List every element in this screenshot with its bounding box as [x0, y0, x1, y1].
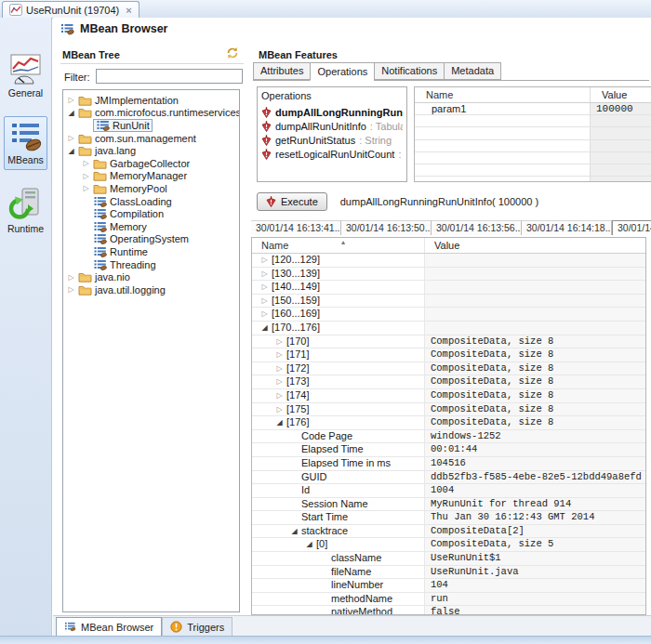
result-row[interactable]: ▷[174]CompositeData, size 8	[252, 389, 645, 403]
expander-expanded-icon[interactable]: ◢	[274, 416, 285, 429]
tree-item[interactable]: Runtime	[63, 245, 239, 258]
tree-item-label: JMImplementation	[95, 95, 179, 106]
tree-item[interactable]: ◢java.lang	[63, 144, 239, 157]
result-row[interactable]: Session NameMyRunUnit for thread 914	[252, 498, 645, 512]
result-tab[interactable]: 30/01/14 16:13:50...	[341, 220, 432, 235]
tree-item[interactable]: OperatingSystem	[63, 233, 239, 246]
result-row-name-cell: ▷[173]	[252, 375, 424, 388]
result-row[interactable]: ◢[176]CompositeData, size 8	[252, 416, 645, 430]
parameter-value[interactable]: 100000	[590, 103, 651, 114]
tree-item[interactable]: Threading	[63, 258, 239, 271]
expander-expanded-icon[interactable]: ◢	[66, 147, 76, 155]
result-row[interactable]: Elapsed Time in ms104516	[252, 457, 645, 471]
sidebar-item-mbeans[interactable]: MBeans	[4, 116, 47, 170]
tree-item[interactable]: ▷MemoryManager	[63, 170, 239, 183]
tab-attributes[interactable]: Attributes	[253, 62, 310, 80]
result-row[interactable]: Start TimeThu Jan 30 16:12:43 GMT 2014	[252, 511, 645, 525]
tab-operations[interactable]: Operations	[310, 62, 374, 81]
result-value-header[interactable]: Value	[424, 238, 645, 253]
expander-expanded-icon[interactable]: ◢	[66, 109, 76, 117]
operation-item[interactable]: dumpAllLongRunningRunUnitInfo : TabularD…	[261, 105, 403, 119]
result-row[interactable]: ◢[170...176]	[252, 322, 645, 335]
bottom-tab-triggers[interactable]: Triggers	[162, 617, 232, 636]
result-row-value: ddb52fb3-f585-4ebe-82e5-12bdd49a8efd	[424, 471, 645, 484]
result-tab[interactable]: 30/01/14 16:13:56...	[432, 220, 522, 235]
result-row[interactable]: methodNamerun	[252, 593, 645, 607]
tree-item[interactable]: ▷MemoryPool	[63, 182, 239, 195]
tree-item[interactable]: ClassLoading	[63, 195, 239, 208]
bottom-tab-mbean-browser[interactable]: MBean Browser	[56, 617, 162, 636]
result-row[interactable]: Id1004	[252, 484, 645, 498]
result-row[interactable]: ▷[140...149]	[252, 281, 645, 295]
expander-collapsed-icon[interactable]: ▷	[259, 254, 270, 267]
expander-collapsed-icon[interactable]: ▷	[259, 268, 270, 281]
result-row[interactable]: ▷[171]CompositeData, size 8	[252, 348, 645, 362]
tree-item[interactable]: RunUnit	[63, 119, 239, 132]
tree-item[interactable]: ▷JMImplementation	[63, 94, 239, 107]
expander-collapsed-icon[interactable]: ▷	[81, 172, 91, 180]
expander-collapsed-icon[interactable]: ▷	[259, 295, 270, 308]
result-row-name: [176]	[286, 416, 309, 429]
result-row[interactable]: ▷[160...169]	[252, 308, 645, 322]
tree-item[interactable]: ▷com.sun.management	[63, 132, 239, 145]
result-row[interactable]: ◢[0]CompositeData, size 5	[252, 538, 645, 552]
result-tab[interactable]: 30/01/14 16:14:18...	[522, 220, 612, 235]
result-row[interactable]: GUIDddb52fb3-f585-4ebe-82e5-12bdd49a8efd	[252, 471, 645, 485]
expander-collapsed-icon[interactable]: ▷	[259, 308, 270, 321]
expander-expanded-icon[interactable]: ◢	[289, 525, 299, 538]
result-row[interactable]: lineNumber104	[252, 579, 645, 593]
tab-metadata[interactable]: Metadata	[444, 62, 501, 80]
expander-collapsed-icon[interactable]: ▷	[274, 335, 285, 348]
sidebar-item-general[interactable]: General	[5, 49, 46, 103]
operation-item[interactable]: getRunUnitStatus : String	[261, 133, 403, 147]
result-row[interactable]: nativeMethodfalse	[252, 606, 645, 615]
refresh-icon[interactable]	[226, 46, 239, 59]
expander-collapsed-icon[interactable]: ▷	[81, 159, 91, 167]
result-row[interactable]: ▷[150...159]	[252, 295, 645, 309]
result-row[interactable]: ▷[175]CompositeData, size 8	[252, 403, 645, 417]
result-row[interactable]: classNameUseRunUnit$1	[252, 552, 645, 566]
operation-item[interactable]: dumpAllRunUnitInfo : TabularData	[261, 119, 403, 133]
expander-collapsed-icon[interactable]: ▷	[274, 389, 285, 402]
expander-collapsed-icon[interactable]: ▷	[66, 285, 76, 294]
parameter-row[interactable]: param1100000	[415, 103, 651, 115]
expander-collapsed-icon[interactable]: ▷	[274, 362, 285, 375]
expander-collapsed-icon[interactable]: ▷	[66, 134, 76, 142]
operation-item[interactable]: resetLogicalRunUnitCount : void	[261, 147, 403, 161]
result-row[interactable]: ▷[120...129]	[252, 254, 645, 268]
tree-item[interactable]: ▷java.nio	[63, 270, 239, 283]
result-row-name: stacktrace	[301, 525, 348, 538]
expander-collapsed-icon[interactable]: ▷	[81, 184, 91, 192]
sidebar-item-runtime[interactable]: Runtime	[4, 183, 47, 239]
tree-item[interactable]: ◢com.microfocus.runtimeservices	[63, 107, 239, 120]
result-tab[interactable]: 30/01/14 16:13:41...	[251, 220, 341, 235]
tab-notifications[interactable]: Notifications	[374, 62, 444, 80]
expander-collapsed-icon[interactable]: ▷	[274, 348, 285, 361]
result-row[interactable]: ▷[173]CompositeData, size 8	[252, 375, 645, 389]
result-row[interactable]: ▷[170]CompositeData, size 8	[252, 335, 645, 349]
expander-collapsed-icon[interactable]: ▷	[259, 281, 270, 294]
expander-collapsed-icon[interactable]: ▷	[66, 273, 76, 282]
result-row[interactable]: ▷[172]CompositeData, size 8	[252, 362, 645, 376]
result-row[interactable]: ▷[130...139]	[252, 268, 645, 282]
execute-button[interactable]: Execute	[257, 192, 327, 211]
tree-item[interactable]: Compilation	[63, 207, 239, 220]
result-row[interactable]: Elapsed Time00:01:44	[252, 443, 645, 457]
expander-expanded-icon[interactable]: ◢	[304, 538, 314, 551]
tree-item[interactable]: ▷GarbageCollector	[63, 157, 239, 170]
result-name-header[interactable]: Name	[252, 238, 424, 253]
close-icon[interactable]: ×	[126, 5, 131, 16]
result-tab[interactable]: 30/01/14	[612, 220, 651, 235]
result-row[interactable]: fileNameUseRunUnit.java	[252, 566, 645, 580]
result-row[interactable]: Code Pagewindows-1252	[252, 430, 645, 444]
expander-collapsed-icon[interactable]: ▷	[66, 96, 76, 104]
expander-collapsed-icon[interactable]: ▷	[274, 403, 285, 416]
tree-item[interactable]: Memory	[63, 220, 239, 233]
tree-item[interactable]: ▷java.util.logging	[63, 283, 239, 296]
result-row[interactable]: ◢stacktraceCompositeData[2]	[252, 525, 645, 539]
editor-tab-use-run-unit[interactable]: UseRunUnit (19704) ×	[2, 1, 140, 18]
expander-collapsed-icon[interactable]: ▷	[274, 375, 285, 388]
filter-input[interactable]	[96, 69, 243, 84]
selected-tree-item[interactable]: RunUnit	[93, 119, 153, 132]
expander-expanded-icon[interactable]: ◢	[259, 322, 270, 335]
